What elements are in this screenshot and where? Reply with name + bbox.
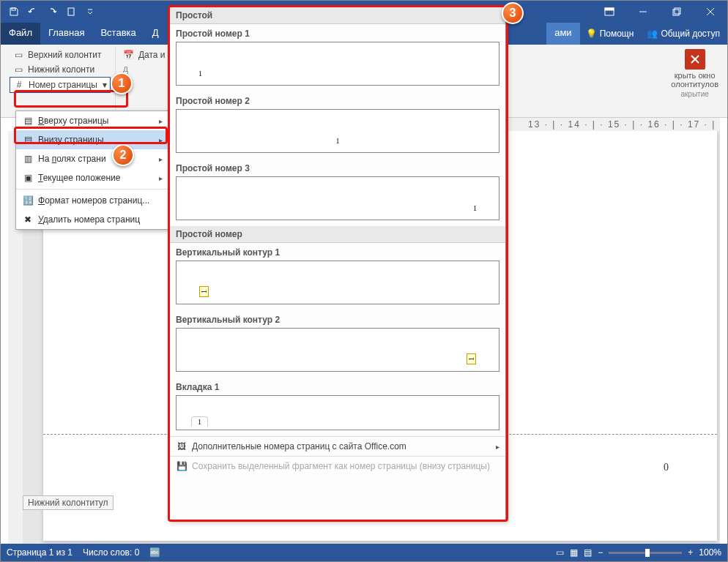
tab-d[interactable]: Д	[144, 23, 167, 45]
calendar-icon: 📅	[123, 49, 135, 61]
footer-label: Нижний колонтитул	[23, 495, 114, 510]
menu-remove[interactable]: ✖Удалить номера страниц	[16, 210, 168, 229]
page-number-icon: #	[13, 79, 25, 91]
status-bar: Страница 1 из 1 Число слов: 0 🔤 ▭ ▦ ▤ − …	[1, 544, 727, 561]
share-button[interactable]: 👥Общий доступ	[639, 23, 727, 45]
callout-3: 3	[502, 2, 524, 24]
footer-button[interactable]: ▭Нижний колонти	[10, 62, 111, 77]
gallery-item-plain-1[interactable]: Простой номер 1 1	[170, 24, 505, 91]
tell-me[interactable]: 💡Помощн	[580, 23, 640, 45]
gallery-item-plain-3[interactable]: Простой номер 3 1	[170, 159, 505, 226]
minimize-icon[interactable]	[626, 1, 660, 23]
undo-icon[interactable]	[26, 4, 40, 19]
zoom-slider[interactable]	[609, 552, 682, 554]
tab-home[interactable]: Главная	[40, 23, 92, 45]
tab-context[interactable]: ами	[546, 23, 579, 45]
save-sel-icon: 💾	[176, 460, 187, 472]
bottom-icon: ▤	[22, 134, 34, 146]
tab-insert[interactable]: Вставка	[92, 23, 144, 45]
zoom-level[interactable]: 100%	[699, 547, 721, 558]
svg-rect-1	[68, 8, 74, 15]
gallery-save-selection: 💾Сохранить выделенный фрагмент как номер…	[170, 456, 505, 476]
qa-customize-icon[interactable]	[83, 4, 97, 19]
status-words[interactable]: Число слов: 0	[83, 547, 139, 558]
svg-rect-3	[605, 8, 614, 10]
redo-icon[interactable]	[45, 4, 59, 19]
page-number-button[interactable]: #Номер страницы▾	[10, 77, 111, 93]
gallery-category-plain-number: Простой номер	[170, 226, 505, 243]
office-icon: 🖼	[176, 441, 187, 452]
new-doc-icon[interactable]	[64, 4, 78, 19]
zoom-in-icon[interactable]: +	[688, 547, 693, 558]
menu-bottom-of-page[interactable]: ▤Внизу страницы▸	[16, 130, 168, 149]
gallery-item-vert-1[interactable]: Вертикальный контур 1 1	[170, 243, 505, 310]
menu-format[interactable]: 🔢Формат номеров страниц...	[16, 191, 168, 210]
svg-rect-6	[675, 8, 680, 14]
menu-top-of-page[interactable]: ▤Вверху страницы▸	[16, 111, 168, 130]
header-button[interactable]: ▭Верхний колонтит	[10, 48, 111, 62]
format-icon: 🔢	[22, 195, 34, 206]
gallery-more-online[interactable]: 🖼Дополнительные номера страниц с сайта O…	[170, 436, 505, 456]
svg-rect-5	[673, 10, 679, 15]
view-print-icon[interactable]: ▦	[570, 547, 578, 558]
gallery-category-simple: Простой	[170, 7, 505, 24]
svg-rect-0	[12, 8, 15, 10]
footer-icon: ▭	[12, 64, 24, 75]
page-number-gallery: Простой Простой номер 1 1 Простой номер …	[169, 7, 506, 520]
menu-page-margins[interactable]: ▥На полях страни▸	[16, 149, 168, 168]
top-icon: ▤	[22, 115, 34, 127]
menu-current-position[interactable]: ▣Текущее положение▸	[16, 168, 168, 187]
status-page[interactable]: Страница 1 из 1	[7, 547, 73, 558]
close-icon[interactable]	[694, 1, 727, 23]
tab-file[interactable]: Файл	[1, 23, 40, 45]
gallery-item-vert-2[interactable]: Вертикальный контур 2 1	[170, 310, 505, 378]
close-header-footer-button[interactable]	[685, 49, 705, 70]
margin-icon: ▥	[22, 153, 34, 165]
zoom-out-icon[interactable]: −	[598, 547, 603, 558]
view-web-icon[interactable]: ▤	[584, 547, 592, 558]
gallery-item-plain-2[interactable]: Простой номер 2 1	[170, 91, 505, 159]
restore-icon[interactable]	[660, 1, 694, 23]
callout-2: 2	[112, 144, 134, 166]
remove-icon: ✖	[22, 214, 34, 225]
share-icon: 👥	[647, 29, 658, 39]
bulb-icon: 💡	[586, 29, 597, 39]
page-number-menu: ▤Вверху страницы▸ ▤Внизу страницы▸ ▥На п…	[15, 110, 169, 230]
save-icon[interactable]	[7, 4, 21, 19]
ribbon-display-icon[interactable]	[593, 1, 626, 23]
status-lang-icon[interactable]: 🔤	[149, 547, 160, 558]
gallery-item-tab-1[interactable]: Вкладка 1 1	[170, 378, 505, 436]
footer-page-number: 0	[664, 462, 669, 473]
header-icon: ▭	[12, 49, 24, 61]
current-icon: ▣	[22, 172, 34, 184]
view-read-icon[interactable]: ▭	[556, 547, 564, 558]
callout-1: 1	[111, 72, 133, 94]
